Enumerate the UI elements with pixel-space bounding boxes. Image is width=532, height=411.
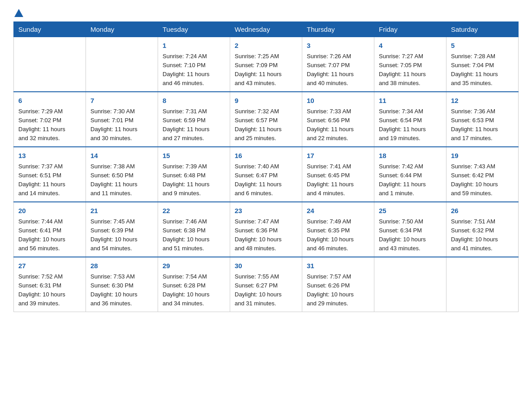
- calendar-cell: 31Sunrise: 7:57 AM Sunset: 6:26 PM Dayli…: [302, 257, 374, 312]
- day-info: Sunrise: 7:31 AM Sunset: 6:59 PM Dayligh…: [163, 107, 225, 143]
- day-number: 18: [379, 151, 442, 161]
- calendar-cell: 3Sunrise: 7:26 AM Sunset: 7:07 PM Daylig…: [302, 37, 374, 92]
- calendar-cell: 12Sunrise: 7:36 AM Sunset: 6:53 PM Dayli…: [446, 92, 519, 147]
- calendar-week-row: 6Sunrise: 7:29 AM Sunset: 7:02 PM Daylig…: [14, 92, 519, 147]
- day-number: 22: [163, 206, 225, 216]
- calendar-cell: [446, 257, 519, 312]
- day-number: 9: [235, 96, 297, 106]
- day-info: Sunrise: 7:45 AM Sunset: 6:39 PM Dayligh…: [90, 217, 153, 253]
- day-number: 21: [90, 206, 153, 216]
- day-info: Sunrise: 7:24 AM Sunset: 7:10 PM Dayligh…: [163, 52, 225, 88]
- day-number: 13: [18, 151, 81, 161]
- day-number: 10: [307, 96, 369, 106]
- day-number: 11: [379, 96, 442, 106]
- day-number: 27: [18, 261, 81, 271]
- calendar-week-row: 13Sunrise: 7:37 AM Sunset: 6:51 PM Dayli…: [14, 147, 519, 202]
- day-number: 23: [235, 206, 297, 216]
- calendar-week-row: 20Sunrise: 7:44 AM Sunset: 6:41 PM Dayli…: [14, 202, 519, 257]
- day-info: Sunrise: 7:53 AM Sunset: 6:30 PM Dayligh…: [90, 272, 153, 308]
- weekday-header-sunday: Sunday: [14, 22, 86, 37]
- day-number: 28: [90, 261, 153, 271]
- weekday-header-wednesday: Wednesday: [230, 22, 302, 37]
- day-info: Sunrise: 7:29 AM Sunset: 7:02 PM Dayligh…: [18, 107, 81, 143]
- calendar-cell: [14, 37, 86, 92]
- weekday-header-tuesday: Tuesday: [158, 22, 230, 37]
- calendar-cell: 18Sunrise: 7:42 AM Sunset: 6:44 PM Dayli…: [374, 147, 446, 202]
- calendar-cell: 7Sunrise: 7:30 AM Sunset: 7:01 PM Daylig…: [86, 92, 158, 147]
- day-number: 7: [90, 96, 153, 106]
- day-number: 16: [235, 151, 297, 161]
- logo-area: [13, 9, 24, 17]
- calendar-cell: 23Sunrise: 7:47 AM Sunset: 6:36 PM Dayli…: [230, 202, 302, 257]
- day-info: Sunrise: 7:26 AM Sunset: 7:07 PM Dayligh…: [307, 52, 369, 88]
- day-info: Sunrise: 7:54 AM Sunset: 6:28 PM Dayligh…: [163, 272, 225, 308]
- day-info: Sunrise: 7:40 AM Sunset: 6:47 PM Dayligh…: [235, 162, 297, 198]
- day-info: Sunrise: 7:32 AM Sunset: 6:57 PM Dayligh…: [235, 107, 297, 143]
- weekday-header-thursday: Thursday: [302, 22, 374, 37]
- calendar-cell: 13Sunrise: 7:37 AM Sunset: 6:51 PM Dayli…: [14, 147, 86, 202]
- day-info: Sunrise: 7:30 AM Sunset: 7:01 PM Dayligh…: [90, 107, 153, 143]
- calendar-cell: 10Sunrise: 7:33 AM Sunset: 6:56 PM Dayli…: [302, 92, 374, 147]
- weekday-header-row: SundayMondayTuesdayWednesdayThursdayFrid…: [14, 22, 519, 37]
- day-number: 30: [235, 261, 297, 271]
- day-info: Sunrise: 7:43 AM Sunset: 6:42 PM Dayligh…: [451, 162, 514, 198]
- day-info: Sunrise: 7:27 AM Sunset: 7:05 PM Dayligh…: [379, 52, 442, 88]
- day-info: Sunrise: 7:55 AM Sunset: 6:27 PM Dayligh…: [235, 272, 297, 308]
- calendar-cell: 4Sunrise: 7:27 AM Sunset: 7:05 PM Daylig…: [374, 37, 446, 92]
- day-number: 3: [307, 41, 369, 51]
- day-number: 31: [307, 261, 369, 271]
- logo: [13, 9, 24, 17]
- weekday-header-monday: Monday: [86, 22, 158, 37]
- day-info: Sunrise: 7:41 AM Sunset: 6:45 PM Dayligh…: [307, 162, 369, 198]
- calendar-cell: 21Sunrise: 7:45 AM Sunset: 6:39 PM Dayli…: [86, 202, 158, 257]
- day-info: Sunrise: 7:47 AM Sunset: 6:36 PM Dayligh…: [235, 217, 297, 253]
- calendar-table: SundayMondayTuesdayWednesdayThursdayFrid…: [13, 21, 519, 312]
- day-info: Sunrise: 7:52 AM Sunset: 6:31 PM Dayligh…: [18, 272, 81, 308]
- day-info: Sunrise: 7:42 AM Sunset: 6:44 PM Dayligh…: [379, 162, 442, 198]
- calendar-cell: 2Sunrise: 7:25 AM Sunset: 7:09 PM Daylig…: [230, 37, 302, 92]
- day-number: 26: [451, 206, 514, 216]
- day-number: 15: [163, 151, 225, 161]
- calendar-cell: 15Sunrise: 7:39 AM Sunset: 6:48 PM Dayli…: [158, 147, 230, 202]
- calendar-cell: 29Sunrise: 7:54 AM Sunset: 6:28 PM Dayli…: [158, 257, 230, 312]
- day-number: 1: [163, 41, 225, 51]
- calendar-cell: 6Sunrise: 7:29 AM Sunset: 7:02 PM Daylig…: [14, 92, 86, 147]
- day-info: Sunrise: 7:44 AM Sunset: 6:41 PM Dayligh…: [18, 217, 81, 253]
- day-info: Sunrise: 7:50 AM Sunset: 6:34 PM Dayligh…: [379, 217, 442, 253]
- calendar-cell: 1Sunrise: 7:24 AM Sunset: 7:10 PM Daylig…: [158, 37, 230, 92]
- calendar-cell: [374, 257, 446, 312]
- day-info: Sunrise: 7:34 AM Sunset: 6:54 PM Dayligh…: [379, 107, 442, 143]
- day-number: 5: [451, 41, 514, 51]
- day-number: 20: [18, 206, 81, 216]
- day-number: 17: [307, 151, 369, 161]
- day-number: 2: [235, 41, 297, 51]
- calendar-cell: 19Sunrise: 7:43 AM Sunset: 6:42 PM Dayli…: [446, 147, 519, 202]
- day-info: Sunrise: 7:39 AM Sunset: 6:48 PM Dayligh…: [163, 162, 225, 198]
- day-number: 8: [163, 96, 225, 106]
- day-number: 25: [379, 206, 442, 216]
- day-info: Sunrise: 7:57 AM Sunset: 6:26 PM Dayligh…: [307, 272, 369, 308]
- calendar-cell: 11Sunrise: 7:34 AM Sunset: 6:54 PM Dayli…: [374, 92, 446, 147]
- calendar-cell: [86, 37, 158, 92]
- calendar-cell: 9Sunrise: 7:32 AM Sunset: 6:57 PM Daylig…: [230, 92, 302, 147]
- calendar-cell: 24Sunrise: 7:49 AM Sunset: 6:35 PM Dayli…: [302, 202, 374, 257]
- calendar-cell: 30Sunrise: 7:55 AM Sunset: 6:27 PM Dayli…: [230, 257, 302, 312]
- day-number: 4: [379, 41, 442, 51]
- calendar-week-row: 27Sunrise: 7:52 AM Sunset: 6:31 PM Dayli…: [14, 257, 519, 312]
- day-info: Sunrise: 7:51 AM Sunset: 6:32 PM Dayligh…: [451, 217, 514, 253]
- calendar-cell: 8Sunrise: 7:31 AM Sunset: 6:59 PM Daylig…: [158, 92, 230, 147]
- day-info: Sunrise: 7:33 AM Sunset: 6:56 PM Dayligh…: [307, 107, 369, 143]
- calendar-cell: 17Sunrise: 7:41 AM Sunset: 6:45 PM Dayli…: [302, 147, 374, 202]
- calendar-cell: 20Sunrise: 7:44 AM Sunset: 6:41 PM Dayli…: [14, 202, 86, 257]
- logo-triangle-icon: [14, 9, 23, 17]
- day-info: Sunrise: 7:46 AM Sunset: 6:38 PM Dayligh…: [163, 217, 225, 253]
- weekday-header-saturday: Saturday: [446, 22, 519, 37]
- calendar-cell: 5Sunrise: 7:28 AM Sunset: 7:04 PM Daylig…: [446, 37, 519, 92]
- day-number: 14: [90, 151, 153, 161]
- day-number: 6: [18, 96, 81, 106]
- day-info: Sunrise: 7:36 AM Sunset: 6:53 PM Dayligh…: [451, 107, 514, 143]
- day-info: Sunrise: 7:49 AM Sunset: 6:35 PM Dayligh…: [307, 217, 369, 253]
- page-header: [13, 9, 519, 17]
- day-number: 12: [451, 96, 514, 106]
- calendar-cell: 27Sunrise: 7:52 AM Sunset: 6:31 PM Dayli…: [14, 257, 86, 312]
